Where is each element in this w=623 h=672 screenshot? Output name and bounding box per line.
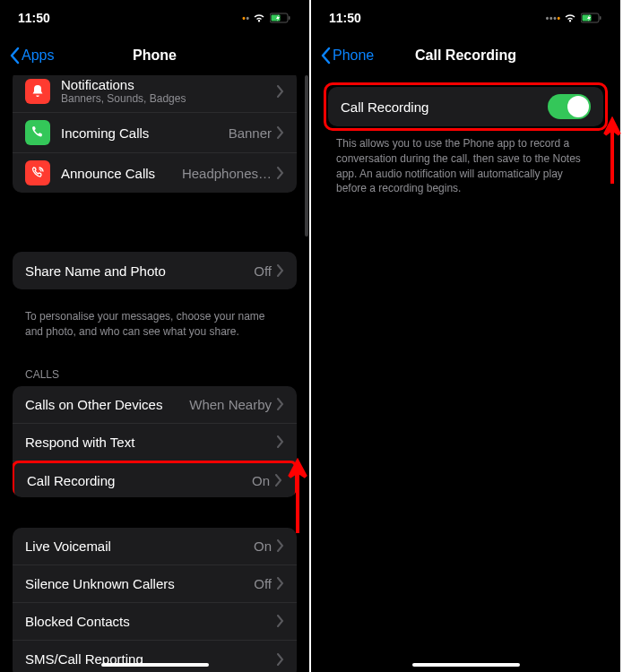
row-silence-unknown[interactable]: Silence Unknown Callers Off	[13, 565, 297, 603]
nav-back-label: Apps	[22, 47, 54, 64]
row-sms-call-reporting[interactable]: SMS/Call Reporting	[13, 641, 297, 672]
settings-group-1: Notifications Banners, Sounds, Badges In…	[13, 75, 297, 193]
nav-bar: Phone Call Recording	[311, 36, 620, 75]
chevron-left-icon	[9, 47, 20, 65]
row-label: Live Voicemail	[25, 538, 254, 554]
scroll-area[interactable]: Notifications Banners, Sounds, Badges In…	[0, 75, 309, 672]
row-call-recording-toggle[interactable]: Call Recording	[328, 87, 603, 126]
chevron-right-icon	[277, 435, 284, 448]
section-footer: This allows you to use the Phone app to …	[324, 131, 608, 209]
row-call-recording[interactable]: Call Recording On	[13, 461, 297, 497]
row-value: Off	[254, 263, 272, 279]
row-notifications[interactable]: Notifications Banners, Sounds, Badges	[13, 75, 297, 113]
chevron-right-icon	[277, 398, 284, 410]
row-value: Headphones…	[182, 166, 272, 181]
wifi-icon	[563, 13, 577, 23]
settings-group-2: Share Name and Photo Off	[13, 252, 297, 289]
row-label: Silence Unknown Callers	[25, 576, 254, 591]
status-time: 11:50	[18, 11, 50, 25]
nav-back-label: Phone	[333, 47, 374, 64]
row-label: Call Recording	[27, 473, 252, 488]
row-announce-calls[interactable]: Announce Calls Headphones…	[13, 153, 297, 193]
toggle-knob	[567, 96, 589, 117]
settings-group-4: Live Voicemail On Silence Unknown Caller…	[13, 528, 297, 672]
settings-group-calls: Calls on Other Devices When Nearby Respo…	[13, 386, 297, 497]
chevron-right-icon	[277, 653, 284, 666]
row-label: Share Name and Photo	[25, 263, 254, 279]
status-bar: 11:50 • • • •	[311, 0, 620, 36]
row-label: Incoming Calls	[61, 125, 229, 141]
row-blocked-contacts[interactable]: Blocked Contacts	[13, 603, 297, 641]
toggle-switch[interactable]	[548, 94, 591, 119]
chevron-right-icon	[277, 539, 284, 552]
row-label: Blocked Contacts	[25, 614, 277, 629]
svg-rect-2	[289, 16, 290, 20]
chevron-right-icon	[277, 167, 284, 179]
bell-icon	[25, 79, 50, 104]
wifi-icon	[252, 13, 266, 23]
home-indicator[interactable]	[101, 663, 209, 667]
chevron-right-icon	[277, 577, 284, 590]
row-label: Calls on Other Devices	[25, 397, 189, 412]
row-value: Off	[254, 576, 272, 591]
row-value: On	[254, 538, 272, 554]
row-value: When Nearby	[189, 397, 272, 412]
phone-icon	[25, 120, 50, 145]
row-value: Banner	[229, 125, 272, 141]
row-calls-other-devices[interactable]: Calls on Other Devices When Nearby	[13, 386, 297, 424]
nav-back-button[interactable]: Phone	[320, 47, 374, 65]
status-bar: 11:50 • •	[0, 0, 309, 36]
phone-right: 11:50 • • • • Phone Call Recording Call …	[311, 0, 622, 672]
chevron-right-icon	[277, 126, 284, 139]
battery-icon	[581, 13, 602, 23]
nav-bar: Apps Phone	[0, 36, 309, 75]
row-label: Announce Calls	[61, 166, 182, 181]
chevron-right-icon	[277, 85, 284, 98]
phone-left: 11:50 • • Apps Phone Notifications	[0, 0, 311, 672]
chevron-left-icon	[320, 47, 331, 65]
scrollbar[interactable]	[305, 75, 308, 237]
highlight-box: Call Recording	[324, 82, 608, 131]
scroll-area[interactable]: Call Recording This allows you to use th…	[311, 75, 620, 672]
row-label: Notifications	[61, 77, 277, 92]
svg-rect-5	[600, 16, 601, 20]
home-indicator[interactable]	[412, 663, 520, 667]
recording-indicator: • •	[242, 13, 248, 23]
chevron-right-icon	[277, 264, 284, 277]
row-incoming-calls[interactable]: Incoming Calls Banner	[13, 113, 297, 153]
row-respond-with-text[interactable]: Respond with Text	[13, 424, 297, 461]
status-time: 11:50	[329, 11, 361, 25]
chevron-right-icon	[275, 474, 282, 487]
row-label: Respond with Text	[25, 435, 277, 450]
nav-back-button[interactable]: Apps	[9, 47, 54, 65]
section-footer: To personalise your messages, choose you…	[13, 304, 297, 352]
row-label: Call Recording	[341, 99, 548, 115]
nav-title: Phone	[133, 47, 177, 64]
row-share-name-photo[interactable]: Share Name and Photo Off	[13, 252, 297, 289]
nav-title: Call Recording	[415, 47, 516, 64]
chevron-right-icon	[277, 615, 284, 627]
row-sub: Banners, Sounds, Badges	[61, 92, 277, 105]
row-live-voicemail[interactable]: Live Voicemail On	[13, 528, 297, 565]
status-right: • • • •	[546, 13, 602, 23]
battery-icon	[270, 13, 291, 23]
settings-group-recording: Call Recording	[328, 87, 603, 126]
status-right: • •	[242, 13, 291, 23]
row-value: On	[252, 473, 270, 488]
section-header-calls: CALLS	[13, 352, 297, 386]
announce-icon	[25, 160, 50, 185]
recording-indicator: • • • •	[546, 13, 559, 23]
